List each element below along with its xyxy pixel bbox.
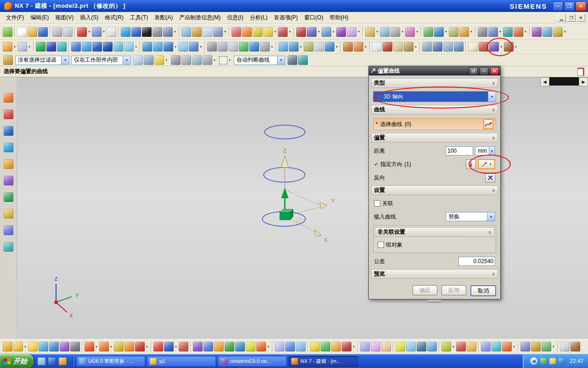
toolbar-icon[interactable] bbox=[443, 42, 453, 52]
toolbar-icon[interactable] bbox=[249, 42, 259, 52]
toolbar-icon[interactable] bbox=[71, 42, 81, 52]
toolbar-icon[interactable] bbox=[52, 27, 62, 37]
toolbar-icon[interactable]: ▾ bbox=[489, 42, 503, 52]
chevron-down-icon[interactable]: ▼ bbox=[488, 92, 496, 102]
chevron-down-icon[interactable]: ▾ bbox=[401, 30, 404, 34]
toolbar-icon[interactable]: ▾ bbox=[17, 42, 31, 52]
toolbar-icon[interactable]: ▾ bbox=[542, 342, 555, 351]
curve-ellipse-top[interactable] bbox=[265, 125, 305, 139]
mdi-restore-button[interactable]: ❐ bbox=[567, 14, 576, 22]
toolbar-icon[interactable] bbox=[38, 27, 48, 37]
toolbar-icon[interactable] bbox=[60, 342, 69, 351]
toolbar-icon[interactable]: ▾ bbox=[342, 342, 356, 351]
toolbar-icon[interactable] bbox=[468, 42, 478, 52]
toolbar-icon[interactable] bbox=[179, 342, 188, 351]
toolbar-icon[interactable] bbox=[532, 27, 542, 37]
toolbar-icon[interactable] bbox=[207, 42, 217, 52]
toolbar-icon[interactable] bbox=[113, 42, 123, 52]
toolbar-icon[interactable]: ▾ bbox=[325, 42, 339, 52]
toolbar-icon[interactable] bbox=[278, 42, 288, 52]
toolbar-icon[interactable] bbox=[3, 342, 12, 351]
menu-view[interactable]: 视图(V) bbox=[52, 12, 77, 23]
toolbar-icon[interactable] bbox=[253, 27, 262, 37]
chevron-down-icon[interactable]: ▾ bbox=[332, 30, 335, 34]
toolbar-icon[interactable] bbox=[49, 342, 59, 351]
chevron-down-icon[interactable]: ▾ bbox=[335, 45, 339, 49]
chevron-down-icon[interactable]: ▾ bbox=[145, 345, 149, 349]
toolbar-icon[interactable]: ▾ bbox=[260, 42, 274, 52]
toolbar-icon[interactable] bbox=[171, 55, 181, 65]
toolbar-icon[interactable] bbox=[454, 42, 464, 52]
toolbar-icon[interactable] bbox=[321, 342, 330, 351]
toolbar-icon[interactable]: ▾ bbox=[365, 27, 379, 37]
chevron-down-icon[interactable]: ▾ bbox=[452, 345, 455, 349]
chevron-up-icon[interactable]: ∧ bbox=[492, 135, 495, 140]
toolbar-icon[interactable] bbox=[82, 42, 91, 52]
menu-help[interactable]: 帮助(H) bbox=[327, 12, 352, 23]
toolbar-icon[interactable] bbox=[28, 342, 38, 351]
chevron-down-icon[interactable]: ▾ bbox=[352, 345, 356, 349]
tolerance-input[interactable] bbox=[458, 257, 495, 266]
toolbar-icon[interactable] bbox=[481, 342, 491, 351]
toolbar-icon[interactable] bbox=[153, 27, 162, 37]
toolbar-icon[interactable]: ▾ bbox=[189, 42, 203, 52]
chevron-down-icon[interactable]: ▾ bbox=[415, 30, 419, 34]
toolbar-icon[interactable] bbox=[192, 27, 202, 37]
toolbar-icon[interactable] bbox=[310, 342, 320, 351]
chevron-down-icon[interactable]: ▾ bbox=[499, 45, 503, 49]
toolbar-icon[interactable] bbox=[520, 342, 530, 351]
chevron-down-icon[interactable]: ▾ bbox=[498, 30, 502, 34]
toolbar-icon[interactable] bbox=[543, 27, 552, 37]
toolbar-icon[interactable] bbox=[4, 93, 13, 103]
toolbar-icon[interactable] bbox=[107, 27, 116, 37]
chevron-down-icon[interactable]: ▾ bbox=[288, 30, 292, 34]
toolbar-icon[interactable]: ▾ bbox=[504, 42, 518, 52]
curve-select-button[interactable] bbox=[483, 119, 493, 129]
graphics-window[interactable]: Z Y X Z Y X bbox=[18, 77, 588, 339]
section-settings[interactable]: 设置 ∧ bbox=[371, 185, 498, 195]
toolbar-icon[interactable] bbox=[4, 225, 13, 235]
chevron-down-icon[interactable]: ▾ bbox=[512, 345, 516, 349]
taskbar-item-nx[interactable]: NX 7 - 建模 - [m... bbox=[288, 356, 357, 367]
vector-dialog-button[interactable]: ▾ bbox=[478, 159, 495, 169]
chevron-down-icon[interactable]: ▾ bbox=[199, 45, 203, 49]
chevron-down-icon[interactable]: ▾ bbox=[173, 30, 177, 34]
chevron-up-icon[interactable]: ∧ bbox=[488, 230, 492, 235]
chevron-down-icon[interactable]: ▾ bbox=[228, 58, 232, 62]
chevron-down-icon[interactable]: ▾ bbox=[213, 58, 216, 62]
toolbar-icon[interactable]: ▾ bbox=[164, 42, 177, 52]
mdi-minimize-button[interactable]: ▁ bbox=[557, 14, 566, 22]
toolbar-icon[interactable] bbox=[371, 342, 380, 351]
toolbar-icon[interactable] bbox=[28, 27, 37, 37]
chevron-up-icon[interactable]: ∧ bbox=[492, 80, 495, 86]
toolbar-icon[interactable] bbox=[214, 342, 224, 351]
toolbar-icon[interactable] bbox=[4, 126, 13, 136]
toolbar-icon[interactable]: ▾ bbox=[434, 27, 448, 37]
toolbar-icon[interactable] bbox=[383, 42, 392, 52]
toolbar-icon[interactable] bbox=[3, 55, 13, 65]
menu-analysis[interactable]: 分析(L) bbox=[247, 12, 271, 23]
toolbar-icon[interactable] bbox=[275, 342, 284, 351]
minimize-button[interactable]: ─ bbox=[553, 1, 563, 11]
chevron-down-icon[interactable]: ▾ bbox=[23, 345, 27, 349]
dialog-resize-grip[interactable] bbox=[428, 300, 441, 303]
chevron-down-icon[interactable]: ▾ bbox=[28, 45, 31, 49]
window-titlebar[interactable]: NX 7 - 建模 - [model3.prt （修改的） ] SIEMENS … bbox=[0, 0, 588, 12]
toolbar-icon[interactable] bbox=[36, 42, 45, 52]
toolbar-icon[interactable] bbox=[63, 27, 73, 37]
chevron-down-icon[interactable]: ▾ bbox=[524, 30, 527, 34]
toolbar-icon[interactable] bbox=[479, 42, 488, 52]
menu-format[interactable]: 格式(R) bbox=[102, 12, 127, 23]
chevron-up-icon[interactable]: ∧ bbox=[492, 188, 495, 193]
chevron-down-icon[interactable]: ▾ bbox=[266, 345, 270, 349]
toolbar-icon[interactable]: ▾ bbox=[99, 342, 113, 351]
toolbar-icon[interactable]: ▾ bbox=[135, 342, 149, 351]
chevron-down-icon[interactable]: ▾ bbox=[444, 30, 448, 34]
taskbar-item-folder[interactable]: yj1 bbox=[147, 356, 216, 367]
toolbar-icon[interactable]: ▾ bbox=[514, 27, 527, 37]
toolbar-icon[interactable] bbox=[181, 27, 191, 37]
taskbar-item-archive[interactable]: cimatronE9.0.rar... bbox=[218, 356, 287, 367]
toolbar-icon[interactable] bbox=[192, 55, 202, 65]
toolbar-icon[interactable] bbox=[142, 27, 152, 37]
chevron-down-icon[interactable]: ▾ bbox=[414, 45, 418, 49]
